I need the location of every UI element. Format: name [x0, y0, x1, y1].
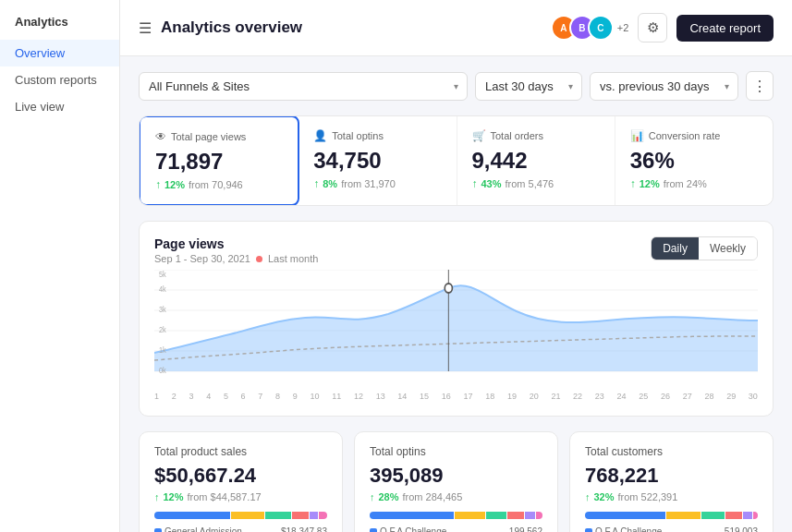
weekly-toggle-button[interactable]: Weekly	[699, 237, 757, 260]
bottom-arrow-icon-2: ↑	[585, 491, 591, 502]
daily-toggle-button[interactable]: Daily	[652, 237, 699, 260]
x-label-13: 13	[376, 392, 385, 401]
filters-bar: All Funnels & Sites Last 30 days vs. pre…	[139, 71, 774, 101]
chart-legend-label: Last month	[268, 253, 318, 264]
legend-item-1: O.F.A Challenge	[370, 526, 446, 532]
sidebar-item-overview[interactable]: Overview	[0, 40, 119, 66]
stat-card-2: 🛒 Total orders 9,442 ↑ 43% from 5,476	[457, 116, 615, 205]
create-report-button[interactable]: Create report	[676, 15, 774, 42]
svg-text:5k: 5k	[159, 270, 167, 279]
hamburger-icon[interactable]: ☰	[139, 19, 152, 37]
avatar-count: +2	[617, 22, 629, 33]
stat-icon-2: 🛒	[472, 129, 486, 142]
x-label-4: 4	[206, 392, 211, 401]
arrow-icon-0: ↑	[155, 178, 161, 191]
arrow-icon-1: ↑	[313, 177, 319, 190]
bar-stack-1	[370, 512, 542, 519]
bar-seg-2-0	[585, 512, 665, 519]
x-label-8: 8	[275, 392, 280, 401]
chart-section: Page views Sep 1 - Sep 30, 2021 Last mon…	[139, 221, 774, 417]
funnel-filter-wrapper: All Funnels & Sites	[139, 72, 468, 101]
stat-change-0: ↑ 12% from 70,946	[155, 178, 283, 191]
x-label-2: 2	[172, 392, 177, 401]
svg-text:0k: 0k	[159, 366, 167, 375]
legend-color-2	[585, 528, 592, 533]
more-icon: ⋮	[752, 78, 767, 95]
stat-value-1: 34,750	[313, 148, 441, 174]
x-label-1: 1	[154, 392, 159, 401]
bar-seg-2-3	[725, 512, 742, 519]
stat-card-1: 👤 Total optins 34,750 ↑ 8% from 31,970	[299, 116, 457, 205]
chart-title: Page views	[154, 236, 318, 251]
x-label-3: 3	[189, 392, 193, 401]
sidebar-item-live-view[interactable]: Live view	[0, 93, 119, 120]
x-label-23: 23	[595, 392, 604, 401]
x-label-26: 26	[661, 392, 670, 401]
chart-main-area	[154, 285, 758, 371]
bottom-card-change-0: ↑ 12% from $44,587.17	[154, 491, 327, 502]
bottom-card-value-1: 395,089	[370, 464, 542, 488]
bar-seg-0-3	[292, 512, 309, 519]
stat-label-1: 👤 Total optins	[313, 129, 441, 142]
bar-legend-2: O.F.A Challenge 519,003	[585, 526, 758, 532]
x-label-22: 22	[573, 392, 582, 401]
stat-icon-3: 📊	[630, 129, 644, 142]
header-left: ☰ Analytics overview	[139, 18, 302, 37]
bar-legend-1: O.F.A Challenge 199,562	[370, 526, 542, 532]
period-select[interactable]: Last 30 days	[475, 72, 582, 101]
chart-header: Page views Sep 1 - Sep 30, 2021 Last mon…	[154, 236, 758, 264]
avatar-3: C	[588, 15, 614, 41]
stat-value-0: 71,897	[155, 149, 283, 175]
arrow-icon-2: ↑	[472, 177, 478, 190]
settings-button[interactable]: ⚙	[638, 13, 667, 42]
chart-toggle: Daily Weekly	[651, 236, 758, 260]
x-label-17: 17	[464, 392, 473, 401]
legend-item-0: General Admission	[154, 526, 242, 532]
bar-seg-1-5	[536, 512, 542, 519]
x-label-24: 24	[617, 392, 627, 401]
bar-stack-2	[585, 512, 758, 519]
svg-text:1k: 1k	[159, 345, 167, 355]
x-label-27: 27	[683, 392, 692, 401]
svg-text:4k: 4k	[159, 284, 167, 294]
bar-seg-0-4	[310, 512, 318, 519]
x-label-15: 15	[420, 392, 429, 401]
sidebar-item-custom-reports[interactable]: Custom reports	[0, 66, 119, 93]
more-options-button[interactable]: ⋮	[746, 71, 774, 101]
x-label-10: 10	[310, 392, 319, 401]
bottom-card-value-2: 768,221	[585, 464, 758, 488]
bar-seg-0-2	[265, 512, 290, 519]
bar-seg-2-4	[743, 512, 751, 519]
x-label-16: 16	[442, 392, 451, 401]
bar-seg-0-5	[319, 512, 327, 519]
x-label-25: 25	[639, 392, 648, 401]
arrow-icon-3: ↑	[630, 177, 636, 190]
sidebar: Analytics Overview Custom reports Live v…	[0, 0, 120, 532]
bar-seg-1-0	[370, 512, 454, 519]
x-label-20: 20	[530, 392, 539, 401]
bottom-card-1: Total optins 395,089 ↑ 28% from 284,465 …	[354, 431, 558, 532]
bottom-card-value-0: $50,667.24	[154, 464, 327, 488]
bottom-card-title-2: Total customers	[585, 445, 758, 458]
funnel-select[interactable]: All Funnels & Sites	[139, 72, 468, 101]
bar-seg-1-3	[507, 512, 524, 519]
bottom-card-title-0: Total product sales	[154, 445, 327, 458]
bottom-card-title-1: Total optins	[370, 445, 542, 458]
comparison-select[interactable]: vs. previous 30 days	[590, 72, 738, 101]
chart-subtitle: Sep 1 - Sep 30, 2021 Last month	[154, 253, 318, 264]
content-area: All Funnels & Sites Last 30 days vs. pre…	[120, 56, 792, 532]
x-label-21: 21	[551, 392, 560, 401]
avatars-group: A B C +2	[551, 15, 629, 41]
x-axis: 1234567891011121314151617181920212223242…	[154, 390, 758, 401]
stat-value-3: 36%	[630, 148, 758, 174]
bar-stack-0	[154, 512, 327, 519]
bottom-card-change-2: ↑ 32% from 522,391	[585, 491, 758, 502]
stat-change-3: ↑ 12% from 24%	[630, 177, 758, 190]
svg-text:2k: 2k	[159, 325, 167, 334]
bottom-cards-row: Total product sales $50,667.24 ↑ 12% fro…	[139, 431, 774, 532]
bar-seg-0-1	[231, 512, 264, 519]
stat-icon-0: 👁	[155, 130, 166, 143]
x-label-6: 6	[241, 392, 246, 401]
period-filter-wrapper: Last 30 days	[475, 72, 582, 101]
bottom-arrow-icon-0: ↑	[154, 491, 160, 502]
